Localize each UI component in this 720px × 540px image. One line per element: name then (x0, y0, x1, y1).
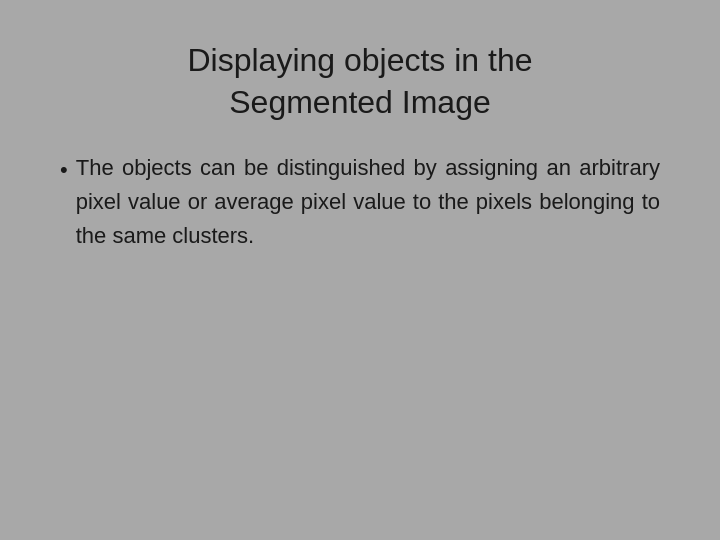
slide-title: Displaying objects in the Segmented Imag… (187, 40, 532, 123)
bullet-text: The objects can be distinguished by assi… (76, 151, 660, 253)
content-area: • The objects can be distinguished by as… (50, 151, 670, 253)
bullet-point: • (60, 153, 68, 187)
title-area: Displaying objects in the Segmented Imag… (187, 40, 532, 123)
bullet-item: • The objects can be distinguished by as… (60, 151, 660, 253)
slide-container: Displaying objects in the Segmented Imag… (0, 0, 720, 540)
